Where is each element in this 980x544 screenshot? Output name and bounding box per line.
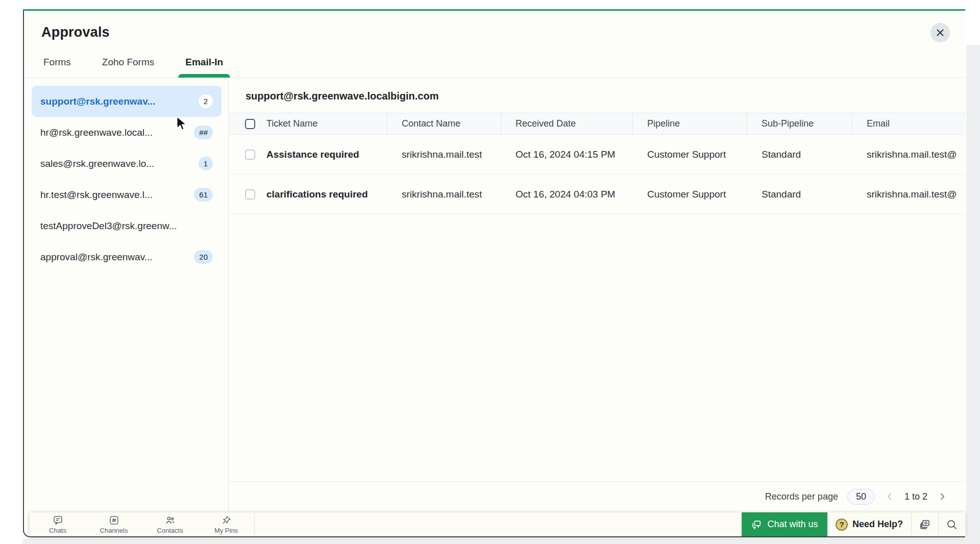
pipeline-cell: Customer Support bbox=[633, 189, 747, 200]
table-row[interactable]: clarifications required srikrishna.mail.… bbox=[229, 175, 965, 214]
contact-name-cell: srikrishna.mail.test bbox=[387, 189, 501, 200]
dock-item-label: Contacts bbox=[157, 527, 183, 534]
sidebar-item-label: testApproveDel3@rsk.greenw... bbox=[40, 220, 177, 232]
search-button[interactable] bbox=[939, 512, 965, 536]
tab-email-in[interactable]: Email-In bbox=[184, 52, 224, 78]
dock-spacer bbox=[255, 512, 742, 536]
pin-icon bbox=[221, 515, 232, 526]
modal-content: support@rsk.greenwav... 2 hr@rsk.greenwa… bbox=[24, 78, 965, 536]
ticket-name-link[interactable]: Assistance required bbox=[266, 149, 359, 160]
sidebar-item-hr-test[interactable]: hr.test@rsk.greenwave.l... 61 bbox=[32, 179, 222, 210]
contacts-people-icon bbox=[165, 515, 176, 526]
dock-item-label: Channels bbox=[100, 527, 128, 534]
tab-forms[interactable]: Forms bbox=[42, 52, 72, 78]
records-per-page-label: Records per page bbox=[765, 491, 838, 502]
pipeline-cell: Customer Support bbox=[633, 149, 747, 160]
table-header-row: Ticket Name Contact Name Received Date P… bbox=[229, 113, 965, 135]
ticket-name-cell: clarifications required bbox=[229, 189, 387, 200]
stacked-notes-icon bbox=[919, 518, 931, 531]
header-received-date: Received Date bbox=[501, 113, 633, 134]
contact-name-cell: srikrishna.mail.test bbox=[387, 149, 501, 160]
background-page-right bbox=[966, 45, 980, 544]
count-badge: 2 bbox=[199, 94, 213, 108]
close-icon bbox=[936, 28, 945, 37]
search-icon bbox=[946, 518, 958, 531]
sidebar-item-label: hr.test@rsk.greenwave.l... bbox=[40, 189, 153, 201]
email-in-main-panel: support@rsk.greenwave.localbigin.com Tic… bbox=[229, 78, 965, 536]
ticket-name-link[interactable]: clarifications required bbox=[266, 189, 368, 200]
table-empty-space bbox=[229, 214, 965, 481]
chevron-left-icon bbox=[884, 491, 895, 502]
close-button[interactable] bbox=[930, 23, 950, 42]
header-contact-name: Contact Name bbox=[387, 113, 501, 134]
dock-item-label: My Pins bbox=[214, 527, 238, 534]
dock-item-label: Chats bbox=[49, 527, 66, 534]
row-checkbox[interactable] bbox=[245, 150, 255, 160]
email-cell: srikrishna.mail.test@ bbox=[852, 149, 965, 160]
sidebar-item-support[interactable]: support@rsk.greenwav... 2 bbox=[32, 86, 222, 117]
background-page-bottom bbox=[23, 538, 980, 544]
dock-item-channels[interactable]: Channels bbox=[86, 512, 142, 536]
chat-with-us-button[interactable]: Chat with us bbox=[742, 512, 827, 536]
page-range: 1 to 2 bbox=[904, 491, 927, 502]
page-size-selector[interactable]: 50 bbox=[847, 489, 875, 505]
header-pipeline: Pipeline bbox=[633, 113, 747, 134]
column-header-label: Ticket Name bbox=[266, 118, 317, 129]
tab-zoho-forms[interactable]: Zoho Forms bbox=[101, 52, 155, 78]
question-mark-icon: ? bbox=[836, 518, 848, 531]
ticket-name-cell: Assistance required bbox=[229, 149, 387, 160]
tab-bar: Forms Zoho Forms Email-In bbox=[24, 52, 965, 78]
received-date-cell: Oct 16, 2024 04:03 PM bbox=[501, 189, 633, 200]
sidebar-item-hr[interactable]: hr@rsk.greenwave.local... ## bbox=[32, 117, 222, 148]
previous-page-button[interactable] bbox=[884, 491, 895, 502]
chat-with-us-icon bbox=[751, 519, 762, 530]
tickets-table: Ticket Name Contact Name Received Date P… bbox=[229, 113, 965, 214]
chat-with-us-label: Chat with us bbox=[767, 519, 818, 530]
bottom-dock: Chats Channels Contacts My Pins Chat wit… bbox=[30, 512, 965, 536]
page-title: Approvals bbox=[41, 24, 965, 40]
need-help-button[interactable]: ? Need Help? bbox=[827, 512, 911, 536]
sidebar-item-sales[interactable]: sales@rsk.greenwave.lo... 1 bbox=[32, 148, 222, 179]
count-badge: 61 bbox=[194, 188, 213, 202]
header-ticket-name: Ticket Name bbox=[229, 113, 387, 134]
header-email: Email bbox=[852, 113, 965, 134]
sub-pipeline-cell: Standard bbox=[747, 149, 852, 160]
dock-item-my-pins[interactable]: My Pins bbox=[198, 512, 254, 536]
sidebar-item-label: approval@rsk.greenwav... bbox=[40, 252, 153, 263]
count-badge: 1 bbox=[199, 157, 213, 170]
sidebar-item-label: support@rsk.greenwav... bbox=[40, 96, 155, 107]
next-page-button[interactable] bbox=[937, 491, 948, 502]
sidebar-item-approval[interactable]: approval@rsk.greenwav... 20 bbox=[32, 241, 222, 273]
chat-bubble-icon bbox=[53, 515, 63, 526]
chevron-right-icon bbox=[937, 491, 948, 502]
notes-button[interactable] bbox=[912, 512, 938, 536]
table-row[interactable]: Assistance required srikrishna.mail.test… bbox=[229, 135, 965, 175]
select-all-checkbox[interactable] bbox=[245, 119, 255, 129]
approvals-modal: Approvals Forms Zoho Forms Email-In supp… bbox=[23, 9, 965, 537]
sidebar-item-label: hr@rsk.greenwave.local... bbox=[40, 127, 153, 138]
sidebar-item-testapprovedel3[interactable]: testApproveDel3@rsk.greenw... bbox=[32, 210, 222, 241]
modal-header: Approvals bbox=[24, 11, 965, 52]
row-checkbox[interactable] bbox=[245, 189, 255, 200]
received-date-cell: Oct 16, 2024 04:15 PM bbox=[501, 149, 633, 160]
dock-item-contacts[interactable]: Contacts bbox=[142, 512, 198, 536]
header-sub-pipeline: Sub-Pipeline bbox=[747, 113, 852, 134]
hash-channel-icon bbox=[109, 515, 119, 526]
email-cell: srikrishna.mail.test@ bbox=[852, 189, 965, 200]
pagination-bar: Records per page 50 1 to 2 bbox=[229, 481, 965, 511]
email-in-sidebar: support@rsk.greenwav... 2 hr@rsk.greenwa… bbox=[24, 78, 229, 536]
sub-pipeline-cell: Standard bbox=[747, 189, 852, 200]
sidebar-item-label: sales@rsk.greenwave.lo... bbox=[40, 158, 154, 169]
count-badge: ## bbox=[194, 126, 213, 139]
selected-mailbox-title: support@rsk.greenwave.localbigin.com bbox=[229, 78, 965, 113]
dock-item-chats[interactable]: Chats bbox=[30, 512, 86, 536]
need-help-label: Need Help? bbox=[852, 519, 903, 530]
count-badge: 20 bbox=[194, 250, 213, 264]
